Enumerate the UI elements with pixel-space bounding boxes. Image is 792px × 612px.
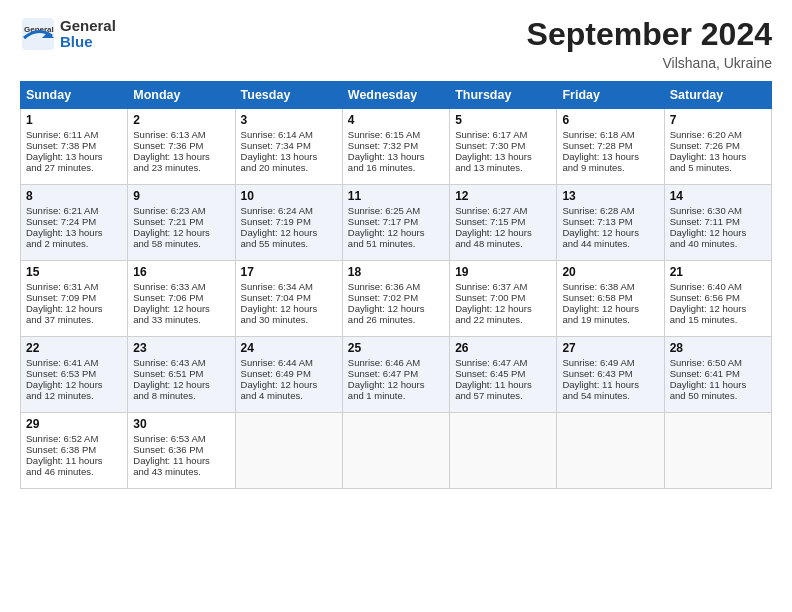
daylight-line2: and 37 minutes. <box>26 314 94 325</box>
table-cell: 14Sunrise: 6:30 AMSunset: 7:11 PMDayligh… <box>664 185 771 261</box>
daylight-line1: Daylight: 12 hours <box>241 303 318 314</box>
daylight-line2: and 40 minutes. <box>670 238 738 249</box>
sunrise-line: Sunrise: 6:41 AM <box>26 357 98 368</box>
sunrise-line: Sunrise: 6:20 AM <box>670 129 742 140</box>
sunrise-line: Sunrise: 6:21 AM <box>26 205 98 216</box>
table-cell: 20Sunrise: 6:38 AMSunset: 6:58 PMDayligh… <box>557 261 664 337</box>
sunrise-line: Sunrise: 6:23 AM <box>133 205 205 216</box>
sunset-line: Sunset: 7:13 PM <box>562 216 632 227</box>
table-cell: 6Sunrise: 6:18 AMSunset: 7:28 PMDaylight… <box>557 109 664 185</box>
daylight-line1: Daylight: 13 hours <box>670 151 747 162</box>
day-number: 26 <box>455 341 551 355</box>
sunrise-line: Sunrise: 6:30 AM <box>670 205 742 216</box>
sunset-line: Sunset: 7:38 PM <box>26 140 96 151</box>
day-number: 22 <box>26 341 122 355</box>
sunset-line: Sunset: 7:36 PM <box>133 140 203 151</box>
table-cell: 1Sunrise: 6:11 AMSunset: 7:38 PMDaylight… <box>21 109 128 185</box>
day-number: 17 <box>241 265 337 279</box>
day-number: 24 <box>241 341 337 355</box>
day-number: 25 <box>348 341 444 355</box>
sunset-line: Sunset: 7:00 PM <box>455 292 525 303</box>
col-saturday: Saturday <box>664 82 771 109</box>
sunset-line: Sunset: 6:49 PM <box>241 368 311 379</box>
table-cell <box>557 413 664 489</box>
daylight-line1: Daylight: 12 hours <box>562 227 639 238</box>
sunset-line: Sunset: 7:15 PM <box>455 216 525 227</box>
table-cell: 18Sunrise: 6:36 AMSunset: 7:02 PMDayligh… <box>342 261 449 337</box>
sunrise-line: Sunrise: 6:13 AM <box>133 129 205 140</box>
sunset-line: Sunset: 7:06 PM <box>133 292 203 303</box>
sunset-line: Sunset: 6:41 PM <box>670 368 740 379</box>
sunrise-line: Sunrise: 6:17 AM <box>455 129 527 140</box>
table-row: 29Sunrise: 6:52 AMSunset: 6:38 PMDayligh… <box>21 413 772 489</box>
table-cell: 13Sunrise: 6:28 AMSunset: 7:13 PMDayligh… <box>557 185 664 261</box>
daylight-line2: and 30 minutes. <box>241 314 309 325</box>
col-friday: Friday <box>557 82 664 109</box>
sunrise-line: Sunrise: 6:50 AM <box>670 357 742 368</box>
table-cell: 2Sunrise: 6:13 AMSunset: 7:36 PMDaylight… <box>128 109 235 185</box>
daylight-line1: Daylight: 12 hours <box>348 379 425 390</box>
day-number: 14 <box>670 189 766 203</box>
daylight-line2: and 54 minutes. <box>562 390 630 401</box>
table-cell: 4Sunrise: 6:15 AMSunset: 7:32 PMDaylight… <box>342 109 449 185</box>
sunrise-line: Sunrise: 6:47 AM <box>455 357 527 368</box>
day-number: 8 <box>26 189 122 203</box>
daylight-line1: Daylight: 13 hours <box>26 151 103 162</box>
sunrise-line: Sunrise: 6:24 AM <box>241 205 313 216</box>
daylight-line2: and 23 minutes. <box>133 162 201 173</box>
daylight-line1: Daylight: 12 hours <box>241 227 318 238</box>
table-cell: 22Sunrise: 6:41 AMSunset: 6:53 PMDayligh… <box>21 337 128 413</box>
sunrise-line: Sunrise: 6:15 AM <box>348 129 420 140</box>
daylight-line2: and 5 minutes. <box>670 162 732 173</box>
daylight-line2: and 12 minutes. <box>26 390 94 401</box>
daylight-line2: and 9 minutes. <box>562 162 624 173</box>
sunset-line: Sunset: 7:30 PM <box>455 140 525 151</box>
sunrise-line: Sunrise: 6:14 AM <box>241 129 313 140</box>
table-cell <box>235 413 342 489</box>
day-number: 27 <box>562 341 658 355</box>
table-row: 22Sunrise: 6:41 AMSunset: 6:53 PMDayligh… <box>21 337 772 413</box>
logo-general-text: General <box>60 18 116 35</box>
daylight-line1: Daylight: 12 hours <box>562 303 639 314</box>
daylight-line1: Daylight: 12 hours <box>133 303 210 314</box>
sunset-line: Sunset: 7:04 PM <box>241 292 311 303</box>
sunrise-line: Sunrise: 6:11 AM <box>26 129 98 140</box>
table-row: 15Sunrise: 6:31 AMSunset: 7:09 PMDayligh… <box>21 261 772 337</box>
sunrise-line: Sunrise: 6:28 AM <box>562 205 634 216</box>
day-number: 9 <box>133 189 229 203</box>
day-number: 23 <box>133 341 229 355</box>
daylight-line1: Daylight: 12 hours <box>241 379 318 390</box>
logo-blue-text: Blue <box>60 34 116 51</box>
daylight-line2: and 13 minutes. <box>455 162 523 173</box>
daylight-line2: and 50 minutes. <box>670 390 738 401</box>
sunset-line: Sunset: 7:32 PM <box>348 140 418 151</box>
daylight-line2: and 55 minutes. <box>241 238 309 249</box>
sunrise-line: Sunrise: 6:37 AM <box>455 281 527 292</box>
sunrise-line: Sunrise: 6:53 AM <box>133 433 205 444</box>
daylight-line2: and 4 minutes. <box>241 390 303 401</box>
table-cell: 21Sunrise: 6:40 AMSunset: 6:56 PMDayligh… <box>664 261 771 337</box>
sunrise-line: Sunrise: 6:31 AM <box>26 281 98 292</box>
daylight-line2: and 33 minutes. <box>133 314 201 325</box>
logo-text: General Blue <box>60 18 116 51</box>
table-cell <box>342 413 449 489</box>
table-cell: 12Sunrise: 6:27 AMSunset: 7:15 PMDayligh… <box>450 185 557 261</box>
sunset-line: Sunset: 6:51 PM <box>133 368 203 379</box>
daylight-line1: Daylight: 13 hours <box>26 227 103 238</box>
subtitle: Vilshana, Ukraine <box>527 55 772 71</box>
sunset-line: Sunset: 7:28 PM <box>562 140 632 151</box>
sunrise-line: Sunrise: 6:44 AM <box>241 357 313 368</box>
calendar-table: Sunday Monday Tuesday Wednesday Thursday… <box>20 81 772 489</box>
day-number: 10 <box>241 189 337 203</box>
daylight-line2: and 43 minutes. <box>133 466 201 477</box>
col-monday: Monday <box>128 82 235 109</box>
daylight-line1: Daylight: 11 hours <box>26 455 103 466</box>
sunset-line: Sunset: 7:21 PM <box>133 216 203 227</box>
table-row: 8Sunrise: 6:21 AMSunset: 7:24 PMDaylight… <box>21 185 772 261</box>
sunset-line: Sunset: 6:36 PM <box>133 444 203 455</box>
daylight-line2: and 44 minutes. <box>562 238 630 249</box>
table-cell <box>664 413 771 489</box>
day-number: 4 <box>348 113 444 127</box>
sunrise-line: Sunrise: 6:36 AM <box>348 281 420 292</box>
daylight-line1: Daylight: 13 hours <box>133 151 210 162</box>
